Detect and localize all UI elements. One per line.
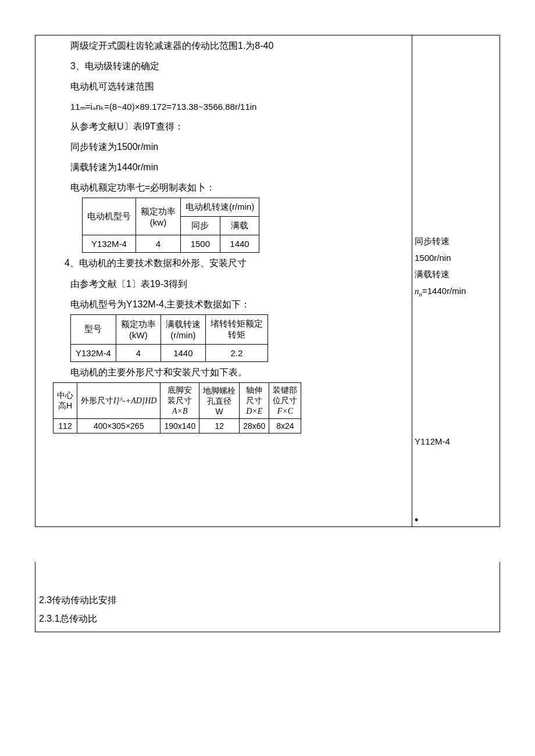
cell-sync: 1500 (181, 235, 220, 253)
col-torque: 堵转转矩额定 转矩 (205, 314, 268, 344)
col-sync: 同步 (181, 217, 220, 235)
text-line: 电动机额定功率七=必明制表如卜： (35, 177, 412, 198)
motor-table-1: 电动机型号 额定功率 (kw) 电动机转速(r/min) 同步 满载 Y132M… (82, 198, 259, 253)
col-power-unit: (kw) (150, 217, 166, 227)
section-headings: 2.3传动传动比安排 2.3.1总传动比 (35, 562, 500, 632)
cell-bolt: 12 (199, 419, 240, 433)
col-power-label: 额定功率 (141, 206, 176, 216)
text-line: 由参考文献〔1〕表19-3得到 (35, 274, 412, 294)
main-column: 两级绽开式圆柱齿轮减速器的传动比范围1.为8-40 3、电动级转速的确定 电动机… (35, 35, 412, 526)
cell-full: 1440 (160, 344, 205, 361)
unit: (r/min) (170, 330, 195, 340)
cell-power: 4 (116, 344, 160, 361)
col-center-h: 中心 高H (54, 383, 77, 419)
cell-model: Y132M-4 (71, 344, 116, 361)
prefix: 外形尺寸 (81, 396, 113, 405)
cell-full: 1440 (220, 235, 259, 253)
table-row: Y132M-4 4 1500 1440 (83, 235, 259, 253)
table-row: 112 400×305×265 190x140 12 28x60 8x24 (54, 419, 301, 433)
l2: 装尺寸 (167, 396, 192, 405)
col-speed: 电动机转速(r/min) (181, 198, 259, 217)
heading-4: 4、电动机的主要技术数据和外形、安装尺寸 (35, 253, 412, 273)
cell-h: 112 (54, 419, 77, 433)
label2: 转矩 (228, 329, 245, 339)
l3: F×C (277, 407, 293, 415)
rest: =1440r/min (422, 286, 466, 296)
l2: 孔直径 (207, 396, 231, 406)
l1: 装键部 (273, 385, 297, 395)
bullet-icon: • (415, 514, 497, 526)
l1: 底脚安 (167, 385, 192, 395)
label1: 堵转转矩额定 (211, 318, 263, 328)
section-2-3: 2.3传动传动比安排 (39, 591, 496, 610)
label: 额定功率 (121, 319, 156, 329)
col-key: 装键部 位尺寸 F×C (269, 383, 301, 419)
cell-foot: 190x140 (160, 419, 199, 433)
formula-line: 11ₘ=iₐnₖ=(8~40)×89.172=713.38~3566.88r/1… (35, 97, 412, 116)
full-label: 满载转速 (415, 266, 497, 283)
main-layout: 两级绽开式圆柱齿轮减速器的传动比范围1.为8-40 3、电动级转速的确定 电动机… (35, 35, 500, 527)
l2: 尺寸 (246, 396, 262, 405)
label: 满载转速 (166, 319, 201, 329)
text-line: 两级绽开式圆柱齿轮减速器的传动比范围1.为8-40 (35, 35, 412, 56)
section-2-3-1: 2.3.1总传动比 (39, 610, 496, 628)
cell-outline: 400×305×265 (77, 419, 160, 433)
col-power: 额定功率 (kw) (136, 198, 181, 235)
l3: W (216, 407, 223, 416)
cell-torque: 2.2 (205, 344, 268, 361)
l2: 高H (58, 401, 72, 410)
col-shaft: 轴伸 尺寸 D×E (240, 383, 269, 419)
full-val: nn=1440r/min (415, 283, 497, 300)
text-line: 电动机的主要外形尺寸和安装尺寸如下表。 (35, 362, 412, 382)
dimension-table: 中心 高H 外形尺寸I]^-+AD]HD 底脚安 装尺寸 A×B 地脚螺栓 孔直… (53, 382, 301, 433)
col-model: 型号 (71, 314, 116, 344)
sync-val: 1500r/nin (415, 250, 497, 267)
table-row: 电动机型号 额定功率 (kw) 电动机转速(r/min) (83, 198, 259, 217)
table-row: 中心 高H 外形尺寸I]^-+AD]HD 底脚安 装尺寸 A×B 地脚螺栓 孔直… (54, 383, 301, 419)
table-row: 型号 额定功率 (kW) 满载转速 (r/min) 堵转转矩额定 转矩 (71, 314, 268, 344)
col-model: 电动机型号 (83, 198, 136, 235)
heading-3: 3、电动级转速的确定 (35, 56, 412, 76)
l2: 位尺寸 (273, 396, 297, 405)
side-note-model: Y112M-4 (415, 433, 497, 450)
l3: D×E (246, 407, 262, 415)
l1: 地脚螺栓 (203, 386, 236, 395)
text-line: 满载转速为1440r/min (35, 157, 412, 177)
side-note-speed: 同步转速 1500r/nin 满载转速 nn=1440r/min (415, 233, 497, 300)
cell-power: 4 (136, 235, 181, 253)
cell-key: 8x24 (269, 419, 301, 433)
col-full: 满载 (220, 217, 259, 235)
table-row: Y132M-4 4 1440 2.2 (71, 344, 268, 361)
l1: 轴伸 (246, 385, 262, 395)
sync-label: 同步转速 (415, 233, 497, 250)
cell-shaft: 28x60 (240, 419, 269, 433)
col-bolt: 地脚螺栓 孔直径 W (199, 383, 240, 419)
unit: (kW) (129, 330, 148, 340)
text-line: 同步转速为1500r/min (35, 137, 412, 157)
text-line: 从参考文献U〕表I9T查得： (35, 116, 412, 137)
side-column: 同步转速 1500r/nin 满载转速 nn=1440r/min Y112M-4… (412, 35, 500, 526)
l1: 中心 (57, 390, 73, 400)
col-fullspeed: 满载转速 (r/min) (160, 314, 205, 344)
var: n (415, 286, 419, 296)
formula: I]^-+AD]HD (113, 396, 156, 405)
text-line: 电动机型号为Y132M-4,主要技术数据如下： (35, 294, 412, 314)
col-power: 额定功率 (kW) (116, 314, 160, 344)
motor-table-2: 型号 额定功率 (kW) 满载转速 (r/min) 堵转转矩额定 转矩 Y132… (70, 314, 268, 362)
cell-model: Y132M-4 (83, 235, 136, 253)
col-foot: 底脚安 装尺寸 A×B (160, 383, 199, 419)
col-outline: 外形尺寸I]^-+AD]HD (77, 383, 160, 419)
l3: A×B (172, 407, 188, 415)
text-line: 电动机可选转速范围 (35, 76, 412, 96)
